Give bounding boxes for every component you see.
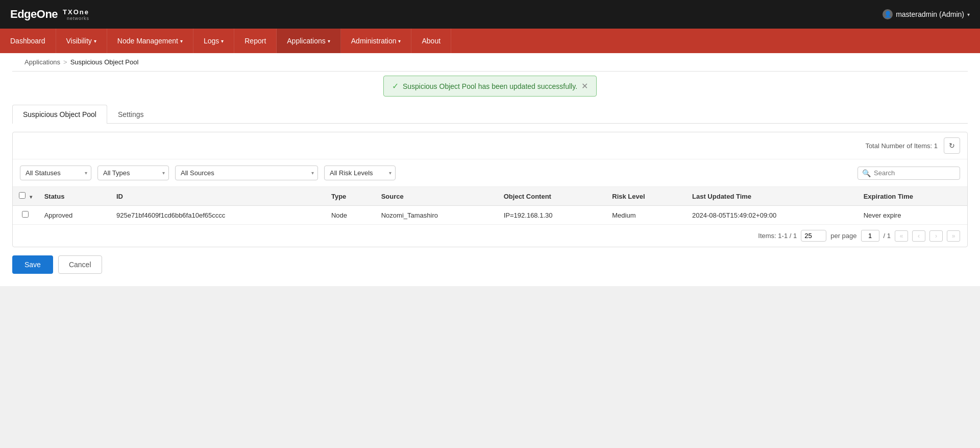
th-last-updated-time: Last Updated Time	[686, 187, 857, 206]
status-select[interactable]: All Statuses Approved Pending Rejected	[20, 166, 91, 180]
user-name: masteradmin (Admin)	[896, 10, 964, 18]
brand-sub: networks	[67, 16, 89, 21]
nav-arrow-administration: ▾	[398, 38, 401, 44]
search-icon: 🔍	[862, 169, 871, 177]
th-object-content: Object Content	[498, 187, 606, 206]
nav-item-applications[interactable]: Applications ▾	[277, 29, 341, 53]
breadcrumb-separator: >	[63, 58, 67, 66]
nav-arrow-visibility: ▾	[94, 38, 96, 44]
user-avatar: 👤	[883, 9, 893, 19]
th-type: Type	[325, 187, 375, 206]
page-prev-button[interactable]: ‹	[912, 230, 925, 242]
topbar: EdgeOne TXOne networks 👤 masteradmin (Ad…	[0, 0, 980, 29]
status-filter: All Statuses Approved Pending Rejected ▾	[20, 166, 91, 180]
types-select[interactable]: All Types Node IP Domain	[97, 166, 169, 180]
row-last-updated-time: 2024-08-05T15:49:02+09:00	[686, 206, 857, 225]
logo-area: EdgeOne TXOne networks	[10, 8, 89, 21]
brand-logo: TXOne networks	[63, 8, 89, 21]
refresh-button[interactable]: ↻	[944, 137, 960, 154]
navbar: Dashboard Visibility ▾ Node Management ▾…	[0, 29, 980, 53]
table-container: Total Number of Items: 1 ↻ All Statuses …	[12, 132, 968, 247]
user-dropdown-icon: ▾	[967, 12, 970, 17]
per-page-label: per page	[830, 232, 856, 240]
th-expiration-time: Expiration Time	[857, 187, 967, 206]
table-row: Approved 925e71bf4609f1cd6bb6fa10ef65ccc…	[13, 206, 967, 225]
per-page-select: 10 25 50 100	[801, 230, 826, 242]
row-object-content: IP=192.168.1.30	[498, 206, 606, 225]
bottom-actions: Save Cancel	[12, 247, 968, 274]
table-header-bar: Total Number of Items: 1 ↻	[13, 132, 967, 159]
row-type: Node	[325, 206, 375, 225]
nav-item-about[interactable]: About	[411, 29, 451, 53]
brand-name: TXOne	[63, 8, 89, 16]
page-input[interactable]	[861, 230, 879, 242]
save-button[interactable]: Save	[12, 255, 53, 274]
nav-arrow-logs: ▾	[221, 38, 224, 44]
row-status: Approved	[38, 206, 110, 225]
row-checkbox-cell	[13, 206, 38, 225]
tab-suspicious-object-pool[interactable]: Suspicious Object Pool	[12, 105, 107, 124]
success-toast: ✓ Suspicious Object Pool has been update…	[383, 76, 597, 97]
risk-levels-filter: All Risk Levels Low Medium High ▾	[324, 166, 396, 180]
user-menu[interactable]: 👤 masteradmin (Admin) ▾	[883, 9, 970, 19]
nav-label-node-management: Node Management	[117, 37, 178, 45]
row-source: Nozomi_Tamashiro	[375, 206, 498, 225]
page-last-button[interactable]: »	[947, 230, 960, 242]
search-input[interactable]	[874, 169, 955, 177]
nav-item-node-management[interactable]: Node Management ▾	[107, 29, 193, 53]
row-risk-level: Medium	[606, 206, 686, 225]
table-scroll-area: ▾ Status ID Type Source Object Content R…	[13, 187, 967, 224]
th-id: ID	[110, 187, 325, 206]
row-id: 925e71bf4609f1cd6bb6fa10ef65cccc	[110, 206, 325, 225]
sources-filter: All Sources Nozomi_Tamashiro ▾	[175, 166, 318, 180]
breadcrumb-parent[interactable]: Applications	[24, 58, 60, 66]
toast-check-icon: ✓	[392, 81, 399, 91]
cancel-button[interactable]: Cancel	[58, 255, 102, 274]
main-content: Applications > Suspicious Object Pool ✓ …	[0, 53, 980, 286]
toast-close-button[interactable]: ✕	[581, 81, 588, 91]
items-count-label: Items: 1-1 / 1	[758, 232, 797, 240]
app-logo: EdgeOne	[10, 8, 58, 21]
nav-item-report[interactable]: Report	[234, 29, 277, 53]
tab-settings[interactable]: Settings	[107, 105, 155, 124]
breadcrumb-current: Suspicious Object Pool	[70, 58, 139, 66]
nav-label-visibility: Visibility	[66, 37, 92, 45]
risk-levels-select[interactable]: All Risk Levels Low Medium High	[324, 166, 396, 180]
nav-label-about: About	[422, 37, 440, 45]
topbar-right: 👤 masteradmin (Admin) ▾	[883, 9, 970, 19]
page-next-button[interactable]: ›	[929, 230, 943, 242]
nav-arrow-node-management: ▾	[180, 38, 183, 44]
table-header-row: ▾ Status ID Type Source Object Content R…	[13, 187, 967, 206]
select-all-checkbox[interactable]	[19, 192, 26, 199]
th-risk-level: Risk Level	[606, 187, 686, 206]
pagination-bar: Items: 1-1 / 1 10 25 50 100 per page / 1…	[13, 224, 967, 247]
toast-container: ✓ Suspicious Object Pool has been update…	[12, 72, 968, 99]
page-first-button[interactable]: «	[895, 230, 908, 242]
nav-label-logs: Logs	[204, 37, 219, 45]
types-filter: All Types Node IP Domain ▾	[97, 166, 169, 180]
toast-message: Suspicious Object Pool has been updated …	[403, 82, 577, 90]
th-status: Status	[38, 187, 110, 206]
filters-bar: All Statuses Approved Pending Rejected ▾…	[13, 159, 967, 187]
search-box: 🔍	[857, 167, 960, 180]
sort-arrow-icon: ▾	[30, 194, 32, 200]
sources-select[interactable]: All Sources Nozomi_Tamashiro	[175, 166, 318, 180]
breadcrumb: Applications > Suspicious Object Pool	[12, 53, 968, 72]
per-page-dropdown[interactable]: 10 25 50 100	[801, 230, 826, 242]
row-expiration-time: Never expire	[857, 206, 967, 225]
nav-label-administration: Administration	[351, 37, 397, 45]
th-checkbox: ▾	[13, 187, 38, 206]
nav-label-dashboard: Dashboard	[10, 37, 45, 45]
nav-item-logs[interactable]: Logs ▾	[193, 29, 234, 53]
row-checkbox[interactable]	[22, 211, 29, 218]
nav-item-visibility[interactable]: Visibility ▾	[56, 29, 107, 53]
page-total: / 1	[884, 232, 891, 240]
nav-label-applications: Applications	[287, 37, 326, 45]
data-table: ▾ Status ID Type Source Object Content R…	[13, 187, 967, 224]
nav-label-report: Report	[244, 37, 266, 45]
nav-item-dashboard[interactable]: Dashboard	[0, 29, 56, 53]
nav-item-administration[interactable]: Administration ▾	[341, 29, 412, 53]
nav-arrow-applications: ▾	[328, 38, 330, 44]
th-source: Source	[375, 187, 498, 206]
total-items-label: Total Number of Items: 1	[865, 142, 938, 150]
